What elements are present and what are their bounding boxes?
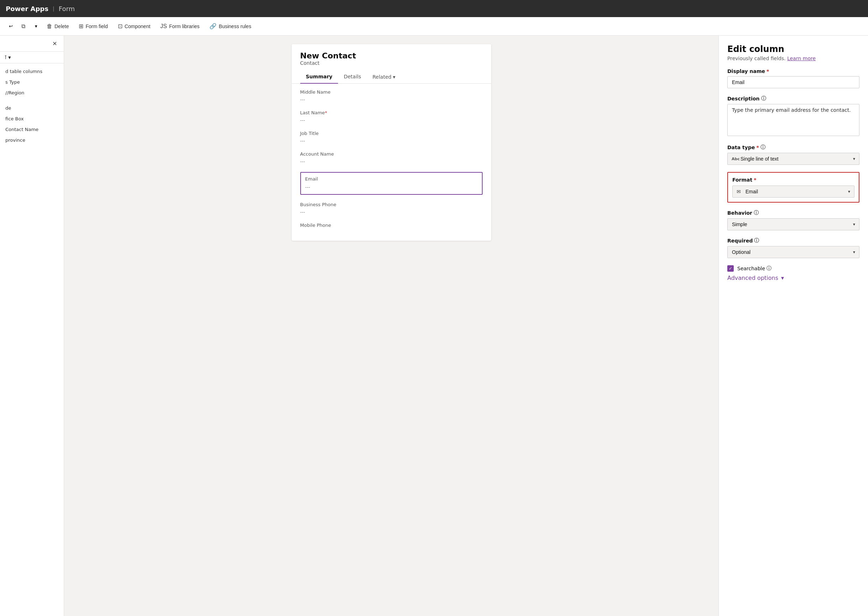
data-type-select[interactable]: Single line of text [727,153,859,165]
component-icon: ⊡ [118,23,123,30]
form-body: Middle Name --- Last Name* --- Job Title… [292,84,491,241]
field-job-title-label: Job Title [300,131,483,136]
component-button[interactable]: ⊡ Component [113,20,154,32]
field-business-phone: Business Phone --- [300,202,483,215]
description-group: Description ⓘ Type the primary email add… [727,96,859,137]
component-label: Component [125,24,150,29]
field-middle-name-value: --- [300,96,483,103]
form-libraries-button[interactable]: JS Form libraries [156,21,204,32]
sidebar-item-5[interactable]: fice Box [0,113,64,124]
format-required-star: * [754,177,756,183]
form-title: New Contact [300,51,483,60]
tab-related[interactable]: Related ▾ [367,71,401,83]
data-type-group: Data type * ⓘ Abc Single line of text ▾ [727,144,859,165]
display-name-group: Display name * [727,68,859,88]
sidebar-item-6[interactable]: Contact Name [0,124,64,135]
more-dropdown-button[interactable]: ▾ [31,21,41,31]
required-label: Required ⓘ [727,237,859,244]
behavior-info-icon[interactable]: ⓘ [754,210,759,216]
undo-icon: ↩ [9,24,13,29]
behavior-label: Behavior ⓘ [727,210,859,216]
sidebar-filter[interactable]: ⊺ ▾ [0,52,64,63]
left-sidebar: ✕ ⊺ ▾ d table columns s Type //Region de… [0,36,64,616]
behavior-select-container: Simple ▾ [727,218,859,230]
topbar: Power Apps | Form [0,0,868,17]
searchable-row: ✓ Searchable ⓘ [727,265,859,272]
sidebar-item-7[interactable]: province [0,135,64,146]
form-card: New Contact Contact Summary Details Rela… [292,44,491,241]
data-type-info-icon[interactable]: ⓘ [760,144,766,151]
field-middle-name: Middle Name --- [300,90,483,103]
field-account-name: Account Name --- [300,151,483,165]
sidebar-item-2[interactable]: //Region [0,88,64,98]
data-type-required-star: * [756,145,759,150]
sidebar-item-1[interactable]: s Type [0,77,64,88]
app-subtitle: Form [59,5,75,13]
undo-button[interactable]: ↩ [6,21,16,31]
form-area: New Contact Contact Summary Details Rela… [64,36,719,616]
delete-button[interactable]: 🗑 Delete [42,21,73,32]
sidebar-item-0[interactable]: d table columns [0,66,64,77]
field-last-name: Last Name* --- [300,110,483,124]
sidebar-items-list: d table columns s Type //Region de fice … [0,63,64,616]
app-title: Power Apps [6,5,49,13]
sidebar-item-label-4: de [5,105,11,111]
sidebar-item-label-2: //Region [5,90,24,96]
toolbar: ↩ ⧉ ▾ 🗑 Delete ⊞ Form field ⊡ Component … [0,17,868,36]
description-textarea[interactable]: Type the primary email address for the c… [727,104,859,136]
advanced-options-chevron-icon: ▾ [781,275,784,281]
tab-details[interactable]: Details [338,70,367,84]
sidebar-item-4[interactable]: de [0,103,64,113]
sidebar-header: ✕ [0,36,64,52]
tab-summary[interactable]: Summary [300,70,338,84]
form-tabs: Summary Details Related ▾ [292,70,491,84]
advanced-options-label: Advanced options [727,275,778,281]
delete-icon: 🗑 [47,23,52,30]
field-business-phone-label: Business Phone [300,202,483,207]
panel-subtitle: Previously called fields. Learn more [727,55,859,61]
required-group: Required ⓘ Optional Business required Sy… [727,237,859,258]
panel-subtitle-text: Previously called fields. [727,55,786,61]
filter-icon: ⊺ [4,55,7,60]
required-info-icon[interactable]: ⓘ [754,237,759,244]
form-libraries-label: Form libraries [169,24,200,29]
behavior-group: Behavior ⓘ Simple ▾ [727,210,859,230]
data-type-label: Data type * ⓘ [727,144,859,151]
field-business-phone-value: --- [300,209,483,215]
right-panel: Edit column Previously called fields. Le… [719,36,868,616]
copy-button[interactable]: ⧉ [17,21,30,32]
learn-more-link[interactable]: Learn more [787,55,816,61]
field-email[interactable]: Email --- [300,172,483,195]
field-job-title-value: --- [300,137,483,144]
required-select[interactable]: Optional Business required System requir… [727,246,859,258]
sidebar-item-label-6: Contact Name [5,127,38,132]
advanced-options-row[interactable]: Advanced options ▾ [727,275,859,281]
business-rules-button[interactable]: 🔗 Business rules [205,20,255,32]
chevron-down-icon: ▾ [35,24,38,29]
display-name-label: Display name * [727,68,859,74]
behavior-select[interactable]: Simple [727,218,859,230]
copy-icon: ⧉ [21,23,25,30]
data-type-select-container: Abc Single line of text ▾ [727,153,859,165]
required-select-container: Optional Business required System requir… [727,246,859,258]
searchable-info-icon[interactable]: ⓘ [766,265,772,272]
sidebar-item-label-7: province [5,137,25,143]
filter-chevron-icon: ▾ [8,55,11,60]
sidebar-item-label-1: s Type [5,79,20,85]
sidebar-item-3[interactable] [0,99,64,103]
display-name-input[interactable] [727,76,859,88]
format-label: Format * [732,177,854,183]
tab-related-chevron-icon: ▾ [393,74,395,80]
searchable-checkbox[interactable]: ✓ [727,265,734,272]
field-last-name-label: Last Name* [300,110,483,115]
description-label: Description ⓘ [727,96,859,102]
main-layout: ✕ ⊺ ▾ d table columns s Type //Region de… [0,36,868,616]
form-field-button[interactable]: ⊞ Form field [74,20,112,32]
format-select[interactable]: Email [732,185,854,198]
form-field-icon: ⊞ [79,23,83,30]
business-rules-label: Business rules [219,24,251,29]
description-info-icon[interactable]: ⓘ [761,96,766,102]
field-account-name-label: Account Name [300,151,483,157]
sidebar-close-button[interactable]: ✕ [50,38,60,49]
checkmark-icon: ✓ [729,266,732,271]
